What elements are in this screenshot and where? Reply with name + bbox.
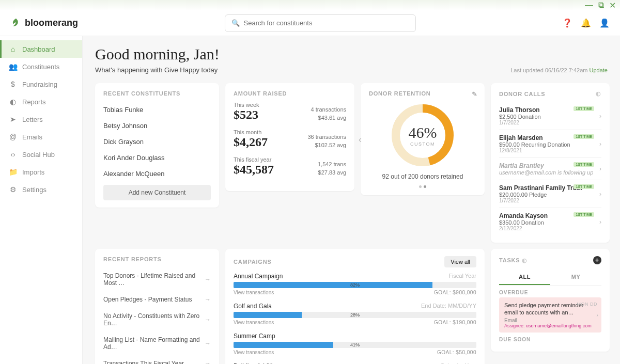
maximize-icon[interactable]: ⧉: [598, 1, 604, 10]
chevron-right-icon: ›: [599, 165, 601, 172]
call-detail: $350.00 Donation: [499, 219, 601, 226]
report-row[interactable]: Open Pledges - Payment Status→: [103, 291, 211, 308]
call-date: 1/7/2022: [499, 120, 601, 125]
donor-call-item[interactable]: 1ST TIMEJulia Thorson$2,500 Donation1/7/…: [499, 102, 601, 130]
amount-raised-card: AMOUNT RAISED This week$523 4 transactio…: [225, 83, 354, 191]
call-date: 12/8/2021: [499, 148, 601, 153]
first-time-badge: 1ST TIME: [574, 134, 594, 139]
call-date: 1/7/2022: [499, 198, 601, 203]
call-detail: $2,500 Donation: [499, 114, 601, 120]
retention-percent: 46%: [409, 124, 437, 141]
nav-label: Constituents: [22, 63, 59, 71]
first-time-badge: 1ST TIME: [574, 184, 594, 189]
constituent-row[interactable]: Tobias Funke: [103, 102, 211, 118]
brand-logo: bloomerang: [10, 18, 78, 29]
nav-icon: ➤: [9, 115, 17, 123]
sidebar-item-constituents[interactable]: 👥Constituents: [0, 58, 82, 75]
tasks-card: TASKS ◐ + ALL MY OVERDUE MON DD Send ple…: [491, 249, 610, 352]
donor-call-item[interactable]: 1ST TIMESam Prastinani Family Trust$20,0…: [499, 180, 601, 208]
sidebar-item-emails[interactable]: @Emails: [0, 128, 82, 146]
report-label: Open Pledges - Payment Status: [103, 296, 192, 303]
bell-icon[interactable]: 🔔: [581, 18, 591, 28]
sidebar-item-fundraising[interactable]: $Fundraising: [0, 75, 82, 93]
page-subtitle: What's happening with Give Happy today: [95, 66, 218, 74]
arrow-right-icon: →: [205, 296, 211, 303]
campaign-name: Golf and Gala: [234, 303, 272, 310]
chevron-right-icon: ›: [596, 312, 598, 318]
amount-month-tx: 36 transactions: [307, 133, 346, 141]
report-label: Mailing List - Name Formatting and Ad…: [103, 336, 205, 351]
donor-retention-card: DONOR RETENTION ✎ ‹ 46% CUSTOM 92 out of…: [361, 83, 485, 195]
campaign-row: Summer Camp41%View transactionsGOAL: $50…: [234, 333, 476, 355]
sidebar-item-imports[interactable]: 📁Imports: [0, 163, 82, 181]
card-title: AMOUNT RAISED: [234, 90, 346, 97]
chart-icon[interactable]: ◐: [522, 257, 528, 263]
tab-my[interactable]: MY: [550, 270, 601, 285]
nav-icon: ◐: [9, 98, 17, 106]
task-item[interactable]: MON DD Send pledge payment reminder emai…: [499, 297, 601, 333]
view-all-button[interactable]: View all: [444, 256, 476, 267]
arrow-right-icon: →: [205, 360, 211, 364]
nav-label: Reports: [22, 98, 46, 106]
constituent-row[interactable]: Betsy Johnson: [103, 118, 211, 134]
amount-week-value: $523: [234, 108, 259, 122]
add-constituent-button[interactable]: Add new Constituent: [103, 185, 211, 200]
report-label: Top Donors - Lifetime Raised and Most …: [103, 272, 205, 287]
view-transactions-link[interactable]: View transactions: [234, 290, 274, 295]
search-box[interactable]: 🔍: [225, 14, 416, 32]
pager-dot[interactable]: [419, 185, 422, 188]
sidebar-item-social-hub[interactable]: ‹›Social Hub: [0, 146, 82, 163]
view-transactions-link[interactable]: View transactions: [234, 320, 274, 325]
constituent-row[interactable]: Alexander McQueen: [103, 166, 211, 182]
sidebar-item-dashboard[interactable]: ⌂Dashboard: [0, 40, 82, 58]
campaign-meta: Fiscal Year: [448, 273, 476, 280]
search-input[interactable]: [244, 19, 409, 27]
call-detail: $20,000.00 Pledge: [499, 192, 601, 198]
amount-week-label: This week: [234, 102, 259, 108]
report-row[interactable]: Top Donors - Lifetime Raised and Most …→: [103, 267, 211, 291]
sidebar-item-settings[interactable]: ⚙Settings: [0, 181, 82, 198]
first-time-badge: 1ST TIME: [574, 106, 594, 111]
view-transactions-link[interactable]: View transactions: [234, 350, 274, 355]
window-chrome: — ⧉ ✕: [0, 0, 620, 10]
recent-constituents-card: RECENT CONSTITUENTS Tobias FunkeBetsy Jo…: [95, 83, 219, 208]
topbar: bloomerang 🔍 ❓ 🔔 👤: [0, 10, 620, 36]
nav-icon: @: [9, 133, 17, 141]
help-icon[interactable]: ❓: [562, 18, 572, 28]
sidebar-item-reports[interactable]: ◐Reports: [0, 93, 82, 110]
recent-reports-card: RECENT REPORTS Top Donors - Lifetime Rai…: [95, 249, 219, 364]
add-task-button[interactable]: +: [593, 256, 601, 264]
arrow-right-icon: →: [205, 340, 211, 347]
amount-week-tx: 4 transactions: [311, 106, 346, 114]
nav-label: Settings: [22, 186, 47, 194]
minimize-icon[interactable]: —: [585, 1, 593, 10]
campaign-meta: End Date: MM/DD/YY: [421, 303, 476, 310]
report-row[interactable]: Mailing List - Name Formatting and Ad…→: [103, 331, 211, 355]
donor-call-item[interactable]: 1ST TIMEElijah Marsden$500.00 Recurring …: [499, 130, 601, 158]
nav-label: Social Hub: [22, 151, 55, 159]
constituent-row[interactable]: Dick Grayson: [103, 134, 211, 150]
edit-icon[interactable]: ✎: [472, 90, 477, 98]
chart-icon[interactable]: ◐: [596, 90, 601, 97]
progress-percent: 28%: [350, 312, 360, 318]
report-row[interactable]: Transactions This Fiscal Year→: [103, 355, 211, 364]
donor-call-item[interactable]: 1ST TIMEMartia Brantleyusername@email.co…: [499, 158, 601, 180]
campaign-goal: GOAL: $50,000: [437, 350, 476, 355]
campaign-name: Annual Campaign: [234, 273, 283, 280]
tab-all[interactable]: ALL: [499, 270, 550, 285]
update-link[interactable]: Update: [590, 67, 608, 73]
close-icon[interactable]: ✕: [609, 1, 616, 10]
pager-dot[interactable]: [424, 185, 426, 188]
user-icon[interactable]: 👤: [599, 18, 610, 28]
constituent-row[interactable]: Kori Ander Douglass: [103, 150, 211, 166]
nav-label: Emails: [22, 133, 42, 141]
progress-bar: 28%: [234, 312, 476, 318]
nav-label: Imports: [22, 168, 44, 176]
nav-label: Letters: [22, 116, 43, 123]
report-row[interactable]: No Activity - Constituents with Zero En……: [103, 308, 211, 331]
sidebar-item-letters[interactable]: ➤Letters: [0, 110, 82, 128]
chevron-left-icon[interactable]: ‹: [359, 134, 362, 145]
brand-text: bloomerang: [25, 18, 78, 28]
donor-call-item[interactable]: 1ST TIMEAmanda Kayson$350.00 Donation2/1…: [499, 208, 601, 235]
progress-bar: 82%: [234, 282, 476, 288]
